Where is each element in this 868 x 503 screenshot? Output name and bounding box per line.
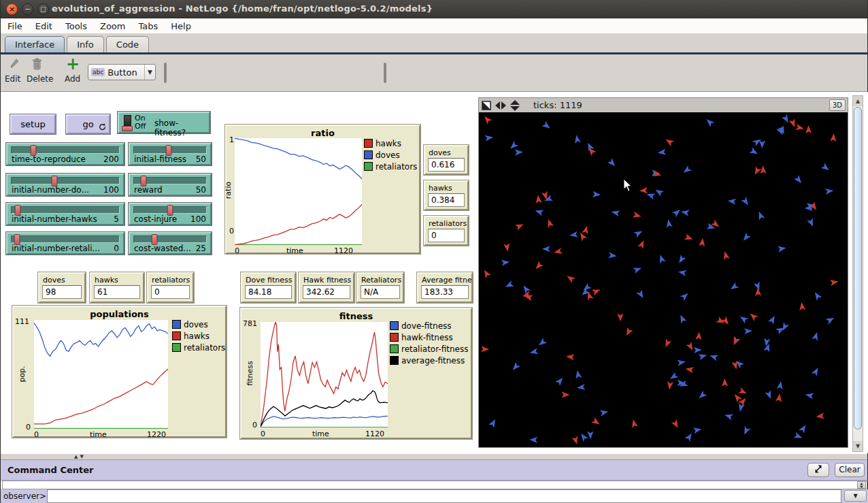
legend-label: dove-fitness bbox=[401, 321, 452, 331]
menu-help[interactable]: Help bbox=[171, 21, 191, 31]
monitor-retaliators-ratio: retaliators 0 bbox=[424, 216, 469, 246]
delete-tool-label[interactable]: Delete bbox=[27, 74, 53, 84]
tabbar: Interface Info Code bbox=[1, 34, 867, 52]
history-dropdown-icon[interactable]: ▼ bbox=[844, 490, 867, 502]
slider-cost-wasted[interactable]: cost-wasted...25 bbox=[129, 232, 212, 255]
plot-title: ratio bbox=[227, 128, 419, 138]
monitor-value: 342.62 bbox=[303, 285, 350, 299]
scrollbar-thumb[interactable] bbox=[854, 107, 862, 429]
tab-info[interactable]: Info bbox=[67, 36, 104, 52]
plot-title: fitness bbox=[241, 311, 471, 321]
monitor-label: hawks bbox=[429, 184, 452, 193]
add-tool-label[interactable]: Add bbox=[65, 74, 80, 84]
ticks-counter: ticks: 1119 bbox=[533, 100, 582, 110]
clear-button[interactable]: Clear bbox=[835, 463, 865, 477]
slider-track bbox=[133, 236, 207, 243]
monitor-hawk-fitness: Hawk fitness 342.62 bbox=[299, 272, 354, 303]
monitor-label: Retaliators bbox=[361, 276, 401, 285]
y-axis-min: 0 bbox=[26, 423, 31, 432]
legend-label: hawk-fitness bbox=[401, 333, 453, 342]
slider-time-to-reproduce[interactable]: time-to-reproduce200 bbox=[6, 143, 124, 165]
monitor-retaliators-count: retaliators 0 bbox=[147, 272, 194, 303]
slider-reward[interactable]: reward50 bbox=[129, 174, 212, 196]
command-center-splitter[interactable]: ▲▼ bbox=[1, 453, 867, 460]
monitor-value: 0 bbox=[151, 285, 190, 299]
slider-initial-number-retaliators[interactable]: initial-number-retali...0 bbox=[6, 232, 124, 255]
output-spinner[interactable]: ▲▼ bbox=[857, 481, 866, 489]
command-center-input-row: observer> ▼ bbox=[1, 489, 868, 503]
monitor-value: 0.384 bbox=[428, 193, 465, 207]
menu-tools[interactable]: Tools bbox=[65, 21, 87, 31]
scroll-up-icon[interactable]: ▲ bbox=[853, 96, 863, 106]
menu-edit[interactable]: Edit bbox=[35, 21, 52, 31]
monitor-label: retaliators bbox=[429, 219, 467, 228]
minimize-button-icon[interactable]: − bbox=[22, 3, 33, 15]
switch-label: show-fitness? bbox=[154, 118, 209, 137]
legend-swatch-doves bbox=[172, 320, 181, 329]
world-header: ticks: 1119 3D bbox=[479, 98, 848, 112]
scroll-down-icon[interactable]: ▼ bbox=[853, 441, 863, 451]
slider-track bbox=[11, 146, 120, 154]
fitness-plot-area bbox=[261, 322, 388, 427]
monitor-value: 61 bbox=[94, 285, 140, 299]
window-title: evolution_of_aggression - NetLogo {/home… bbox=[52, 3, 433, 14]
add-plus-icon[interactable]: + bbox=[66, 54, 80, 74]
tab-code[interactable]: Code bbox=[106, 36, 149, 52]
slider-initial-fitness[interactable]: initial-fitness50 bbox=[129, 143, 212, 165]
show-fitness-switch[interactable]: On Off show-fitness? bbox=[118, 112, 210, 133]
menubar: File Edit Tools Zoom Tabs Help bbox=[1, 19, 867, 34]
slider-track bbox=[133, 177, 207, 184]
edit-tool-label[interactable]: Edit bbox=[5, 74, 20, 84]
slider-track bbox=[11, 236, 120, 243]
go-button[interactable]: go bbox=[66, 114, 110, 134]
slider-value: 100 bbox=[190, 214, 206, 224]
y-axis-max: 111 bbox=[15, 317, 29, 326]
slider-label: initial-number-do... bbox=[12, 185, 89, 195]
window-controls: × − ◻ bbox=[6, 3, 49, 15]
toolbar-separator bbox=[384, 63, 386, 83]
view-3d-button[interactable]: 3D bbox=[829, 99, 846, 111]
populations-plot: populations 111 0 pop. 0 time 1220 doves… bbox=[12, 306, 227, 438]
slider-track bbox=[133, 146, 207, 154]
slider-initial-number-doves[interactable]: initial-number-do...100 bbox=[6, 174, 124, 196]
legend-swatch-average-fitness bbox=[390, 356, 399, 365]
slider-initial-number-hawks[interactable]: initial-number-hawks5 bbox=[6, 203, 124, 225]
widget-type-dropdown[interactable]: abc Button ▼ bbox=[88, 64, 156, 80]
command-center-header: Command Center Clear bbox=[1, 460, 867, 481]
trash-icon[interactable] bbox=[32, 58, 42, 71]
monitor-label: doves bbox=[43, 276, 65, 285]
ratio-plot-area bbox=[235, 138, 362, 245]
horizontal-resize-icon[interactable] bbox=[495, 101, 506, 110]
close-button-icon[interactable]: × bbox=[6, 3, 18, 15]
monitor-label: Dove fitness bbox=[246, 276, 292, 285]
slider-value: 100 bbox=[103, 185, 119, 195]
y-axis-min: 0 bbox=[229, 227, 234, 236]
setup-button[interactable]: setup bbox=[10, 114, 56, 134]
menu-file[interactable]: File bbox=[7, 21, 22, 31]
spinner-down-icon[interactable]: ▼ bbox=[861, 485, 863, 489]
legend-swatch-retaliators bbox=[364, 162, 373, 171]
titlebar: × − ◻ evolution_of_aggression - NetLogo … bbox=[1, 0, 867, 18]
slider-label: time-to-reproduce bbox=[12, 155, 86, 164]
maximize-button-icon[interactable]: ◻ bbox=[37, 3, 49, 15]
vertical-scrollbar[interactable]: ▲ ▼ bbox=[852, 95, 863, 452]
y-axis-label: fitness bbox=[246, 361, 254, 385]
command-input[interactable] bbox=[47, 489, 841, 503]
toolbar: Edit Delete + Add abc Button ▼ faster ✓ … bbox=[1, 54, 867, 92]
menu-zoom[interactable]: Zoom bbox=[100, 21, 125, 31]
y-axis-label: ratio bbox=[224, 182, 233, 199]
command-center-popout-button[interactable] bbox=[807, 463, 829, 477]
pencil-icon[interactable] bbox=[9, 59, 20, 71]
origin-icon[interactable] bbox=[482, 101, 491, 110]
monitor-value: 84.18 bbox=[245, 285, 292, 299]
slider-cost-injure[interactable]: cost-injure100 bbox=[129, 203, 212, 225]
y-axis-max: 781 bbox=[243, 319, 257, 328]
vertical-resize-icon[interactable] bbox=[510, 100, 520, 111]
populations-plot-area bbox=[34, 320, 168, 429]
y-axis-max: 1 bbox=[229, 135, 234, 144]
splitter-handle-icon[interactable]: ▲▼ bbox=[74, 454, 86, 459]
legend-swatch-hawk-fitness bbox=[390, 333, 399, 342]
menu-tabs[interactable]: Tabs bbox=[138, 21, 158, 31]
tab-interface[interactable]: Interface bbox=[5, 36, 65, 52]
switch-knob[interactable] bbox=[122, 126, 133, 131]
